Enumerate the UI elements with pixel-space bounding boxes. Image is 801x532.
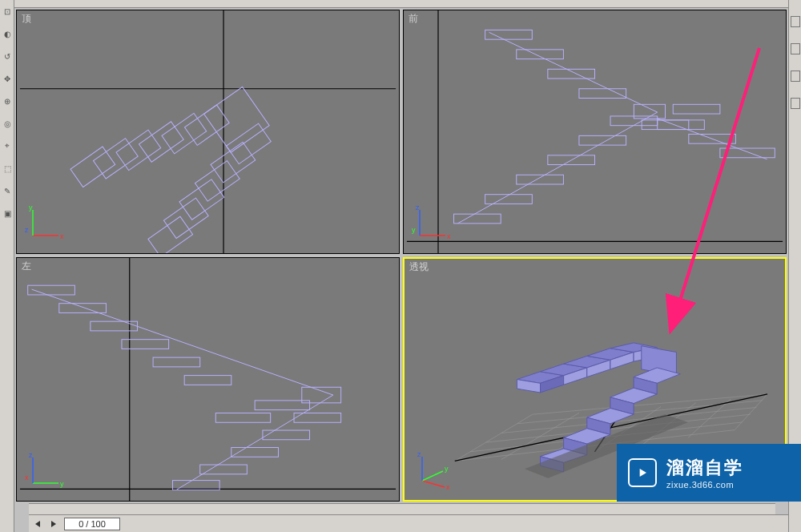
svg-rect-27 xyxy=(579,135,626,145)
svg-marker-117 xyxy=(51,521,56,527)
svg-text:z: z xyxy=(25,226,29,234)
svg-rect-40 xyxy=(720,148,775,158)
svg-rect-9 xyxy=(227,123,272,163)
svg-line-37 xyxy=(489,32,658,112)
svg-rect-6 xyxy=(162,113,207,153)
svg-rect-11 xyxy=(195,161,239,201)
tool-icon[interactable]: ✎ xyxy=(1,183,14,199)
viewport-label: 左 xyxy=(22,260,31,273)
svg-rect-31 xyxy=(673,104,720,114)
axis-gizmo: y z x xyxy=(25,451,65,494)
svg-text:x: x xyxy=(447,232,451,240)
svg-rect-59 xyxy=(263,430,310,440)
viewport-canvas xyxy=(404,10,786,253)
svg-text:y: y xyxy=(29,204,33,212)
svg-text:y: y xyxy=(60,480,64,488)
svg-text:x: x xyxy=(60,232,64,240)
svg-rect-14 xyxy=(148,216,193,253)
svg-rect-52 xyxy=(122,340,169,349)
svg-rect-3 xyxy=(93,139,138,179)
watermark-badge: 溜溜自学 zixue.3d66.com xyxy=(617,444,801,502)
viewport-canvas xyxy=(17,10,399,253)
viewport-grid: 顶 xyxy=(14,8,788,503)
svg-text:z: z xyxy=(417,450,421,458)
top-toolbar xyxy=(14,0,788,8)
svg-rect-7 xyxy=(185,105,230,145)
tool-icon[interactable]: ⊡ xyxy=(1,3,14,19)
svg-marker-116 xyxy=(35,521,40,527)
viewport-front[interactable]: 前 xyxy=(403,10,787,254)
svg-line-36 xyxy=(457,112,657,224)
horizontal-scrollbar[interactable] xyxy=(29,503,775,514)
panel-icon[interactable] xyxy=(791,71,800,82)
tool-icon[interactable]: ⌖ xyxy=(1,138,14,154)
viewport-label: 前 xyxy=(409,12,418,26)
viewport-label: 透视 xyxy=(409,260,429,274)
svg-marker-118 xyxy=(640,469,646,477)
svg-rect-62 xyxy=(173,481,220,490)
tool-icon[interactable]: ◎ xyxy=(1,115,14,131)
svg-rect-53 xyxy=(153,357,200,367)
panel-icon[interactable] xyxy=(791,43,800,54)
svg-rect-50 xyxy=(59,304,107,313)
svg-line-109 xyxy=(422,471,443,481)
tool-icon[interactable]: ⊕ xyxy=(1,93,14,109)
left-toolbar: ⊡ ◐ ↺ ✥ ⊕ ◎ ⌖ ⬚ ✎ ▣ xyxy=(0,0,14,532)
svg-line-108 xyxy=(422,481,445,487)
frame-counter[interactable]: 0 / 100 xyxy=(64,518,120,530)
svg-line-76 xyxy=(455,414,533,461)
watermark-title: 溜溜自学 xyxy=(666,456,743,480)
svg-rect-10 xyxy=(211,142,256,182)
svg-rect-33 xyxy=(548,69,595,79)
svg-rect-2 xyxy=(70,147,115,187)
panel-icon[interactable] xyxy=(791,16,800,27)
panel-icon[interactable] xyxy=(791,98,800,109)
viewport-left[interactable]: 左 xyxy=(16,257,400,502)
svg-rect-12 xyxy=(179,179,224,220)
axis-gizmo: x y z xyxy=(25,204,65,247)
axis-gizmo: x y z xyxy=(413,450,453,494)
viewport-top[interactable]: 顶 xyxy=(16,10,400,254)
svg-rect-51 xyxy=(91,321,138,331)
tool-icon[interactable]: ◐ xyxy=(1,26,14,42)
svg-rect-61 xyxy=(200,465,248,474)
prev-frame-icon[interactable] xyxy=(32,518,43,530)
svg-line-82 xyxy=(735,394,767,430)
viewport-label: 顶 xyxy=(22,12,31,26)
svg-rect-4 xyxy=(116,130,161,170)
svg-line-74 xyxy=(517,401,763,424)
svg-line-63 xyxy=(32,289,333,395)
tool-icon[interactable]: ⬚ xyxy=(1,160,14,176)
tool-icon[interactable]: ▣ xyxy=(1,205,14,221)
tool-icon[interactable]: ✥ xyxy=(1,71,14,87)
tool-icon[interactable]: ↺ xyxy=(1,48,14,64)
axis-gizmo: x z y xyxy=(412,204,452,247)
svg-rect-34 xyxy=(517,50,564,59)
svg-text:y: y xyxy=(445,465,449,473)
svg-rect-8 xyxy=(204,87,270,153)
next-frame-icon[interactable] xyxy=(48,518,59,530)
svg-text:z: z xyxy=(29,451,33,459)
svg-rect-25 xyxy=(517,175,564,184)
svg-rect-35 xyxy=(485,30,533,39)
svg-line-81 xyxy=(688,399,731,438)
viewport-canvas xyxy=(17,258,399,501)
svg-text:z: z xyxy=(416,204,420,212)
timeline-bar: 0 / 100 xyxy=(29,514,788,532)
watermark-subtitle: zixue.3d66.com xyxy=(666,480,743,490)
svg-rect-5 xyxy=(139,122,183,162)
play-circle-icon xyxy=(628,458,657,487)
svg-text:y: y xyxy=(412,226,416,234)
svg-rect-13 xyxy=(163,198,208,238)
svg-text:x: x xyxy=(25,474,29,482)
svg-rect-54 xyxy=(184,376,231,385)
svg-rect-32 xyxy=(579,89,626,99)
svg-rect-24 xyxy=(485,195,533,204)
svg-line-41 xyxy=(658,119,767,159)
svg-rect-57 xyxy=(215,413,270,423)
svg-text:x: x xyxy=(446,483,450,490)
